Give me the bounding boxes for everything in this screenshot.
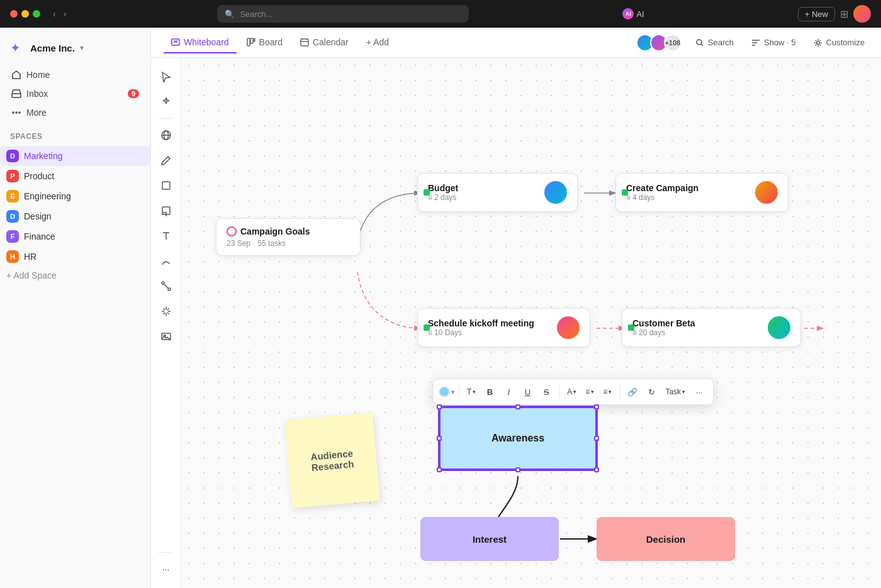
- space-dot-design: D: [6, 210, 19, 223]
- ai-button[interactable]: AI AI: [617, 6, 649, 22]
- underline-button[interactable]: U: [519, 383, 536, 401]
- connector-tool[interactable]: [155, 275, 177, 297]
- node-campaign-goals[interactable]: Campaign Goals 23 Sep · 55 tasks: [216, 218, 361, 256]
- tool-divider-2: [159, 552, 174, 553]
- sticky-note-audience[interactable]: Audience Research: [284, 413, 380, 508]
- image-icon: [160, 331, 172, 342]
- text-icon: [160, 230, 172, 241]
- handle-tl[interactable]: [437, 404, 442, 409]
- handle-rm[interactable]: [594, 436, 599, 441]
- handle-br[interactable]: [594, 467, 599, 472]
- font-style-dropdown[interactable]: T▾: [463, 386, 480, 397]
- logo-icon: ✦: [10, 40, 25, 55]
- handle-tr[interactable]: [594, 404, 599, 409]
- budget-title: Budget: [428, 183, 458, 193]
- sticky-note-text: Audience Research: [310, 448, 354, 473]
- handle-bm[interactable]: [515, 467, 520, 472]
- magic-tool[interactable]: [155, 91, 177, 113]
- space-item-marketing[interactable]: D Marketing: [0, 146, 150, 166]
- spaces-header: Spaces: [0, 122, 150, 146]
- globe-tool[interactable]: [155, 124, 177, 147]
- topbar-right: + New ⊞: [798, 5, 871, 23]
- interest-box[interactable]: Interest: [420, 517, 559, 561]
- handle-lm[interactable]: [437, 436, 442, 441]
- space-item-product[interactable]: P Product: [0, 166, 150, 186]
- color-picker-btn[interactable]: [439, 386, 450, 397]
- canvas[interactable]: Campaign Goals 23 Sep · 55 tasks Budget: [181, 58, 881, 588]
- list-dropdown[interactable]: ≡▾: [599, 386, 615, 397]
- space-item-finance[interactable]: F Finance: [0, 226, 150, 247]
- draw-icon: [160, 255, 172, 267]
- select-tool[interactable]: [155, 65, 177, 88]
- grid-icon[interactable]: ⊞: [840, 8, 848, 20]
- more-options-button[interactable]: ···: [690, 383, 708, 401]
- pen-tool[interactable]: [155, 149, 177, 172]
- sidebar-item-home[interactable]: Home: [5, 65, 145, 84]
- campaign-goals-title: Campaign Goals: [240, 226, 310, 236]
- handle-bl[interactable]: [437, 467, 442, 472]
- link-button[interactable]: 🔗: [624, 383, 641, 401]
- search-header-btn[interactable]: Search: [692, 35, 738, 50]
- tab-whiteboard-label: Whiteboard: [184, 37, 229, 47]
- chevron-down-icon: ▾: [80, 43, 84, 52]
- space-item-engineering[interactable]: E Engineering: [0, 186, 150, 206]
- svg-point-17: [168, 288, 171, 291]
- align-dropdown[interactable]: ≡▾: [581, 386, 598, 397]
- search-header-icon: [695, 38, 704, 47]
- node-create-campaign[interactable]: Create Campaign ≡ 4 days: [615, 173, 788, 212]
- awareness-box[interactable]: Awareness: [439, 407, 597, 470]
- more-tools-btn[interactable]: ···: [155, 558, 177, 580]
- node-schedule-kickoff[interactable]: Schedule kickoff meeting ≡ 10 Days: [417, 308, 590, 347]
- draw-tool[interactable]: [155, 250, 177, 272]
- handle-tm[interactable]: [515, 404, 520, 409]
- show-header-btn[interactable]: Show · 5: [748, 35, 800, 50]
- sticky-tool[interactable]: [155, 199, 177, 222]
- space-label-engineering: Engineering: [24, 191, 71, 201]
- text-tool[interactable]: [155, 225, 177, 247]
- arrow-goals-budget: [357, 193, 420, 243]
- task-dropdown[interactable]: Task▾: [661, 386, 689, 397]
- add-space-button[interactable]: + Add Space: [0, 267, 150, 284]
- global-search-bar[interactable]: 🔍: [217, 5, 469, 23]
- align-chevron-icon: ▾: [591, 389, 594, 395]
- node-customer-beta[interactable]: Customer Beta ≡ 20 days: [622, 308, 801, 347]
- font-size-dropdown[interactable]: A▾: [563, 386, 580, 397]
- space-label-product: Product: [24, 171, 54, 181]
- space-item-hr[interactable]: H HR: [0, 247, 150, 267]
- nav-arrows: ‹ ›: [50, 8, 69, 20]
- italic-button[interactable]: I: [500, 383, 517, 401]
- new-button[interactable]: + New: [798, 7, 835, 21]
- svg-point-16: [162, 282, 164, 284]
- sparkle-tool[interactable]: [155, 300, 177, 323]
- sync-icon[interactable]: ↻: [643, 383, 660, 401]
- shape-icon: [160, 180, 172, 191]
- sidebar-item-inbox[interactable]: Inbox 9: [5, 84, 145, 103]
- close-window-btn[interactable]: [10, 10, 18, 18]
- sidebar-nav: Home Inbox 9 More: [0, 65, 150, 122]
- tab-add[interactable]: + Add: [359, 32, 396, 53]
- bold-button[interactable]: B: [481, 383, 498, 401]
- tab-whiteboard[interactable]: Whiteboard: [164, 32, 237, 53]
- back-btn[interactable]: ‹: [50, 8, 59, 20]
- minimize-window-btn[interactable]: [21, 10, 29, 18]
- tab-board[interactable]: Board: [239, 32, 290, 53]
- image-tool[interactable]: [155, 325, 177, 348]
- shape-tool[interactable]: [155, 174, 177, 197]
- customize-header-btn[interactable]: Customize: [810, 35, 868, 50]
- sidebar-item-more[interactable]: More: [5, 103, 145, 122]
- global-search-input[interactable]: [240, 9, 461, 19]
- org-logo[interactable]: ✦ Acme Inc. ▾: [0, 35, 150, 65]
- forward-btn[interactable]: ›: [61, 8, 69, 20]
- node-budget[interactable]: Budget ≡ 2 days: [417, 173, 578, 212]
- user-avatar[interactable]: [853, 5, 871, 23]
- decision-box[interactable]: Decision: [597, 517, 735, 561]
- tab-calendar[interactable]: Calendar: [293, 32, 356, 53]
- tab-add-label: + Add: [366, 37, 389, 47]
- strikethrough-button[interactable]: S: [537, 383, 555, 401]
- chevron-color-icon[interactable]: ▾: [451, 388, 455, 396]
- maximize-window-btn[interactable]: [33, 10, 40, 18]
- avatar-more[interactable]: +108: [664, 34, 682, 52]
- home-icon: [11, 70, 21, 80]
- space-item-design[interactable]: D Design: [0, 206, 150, 226]
- space-label-finance: Finance: [24, 231, 55, 241]
